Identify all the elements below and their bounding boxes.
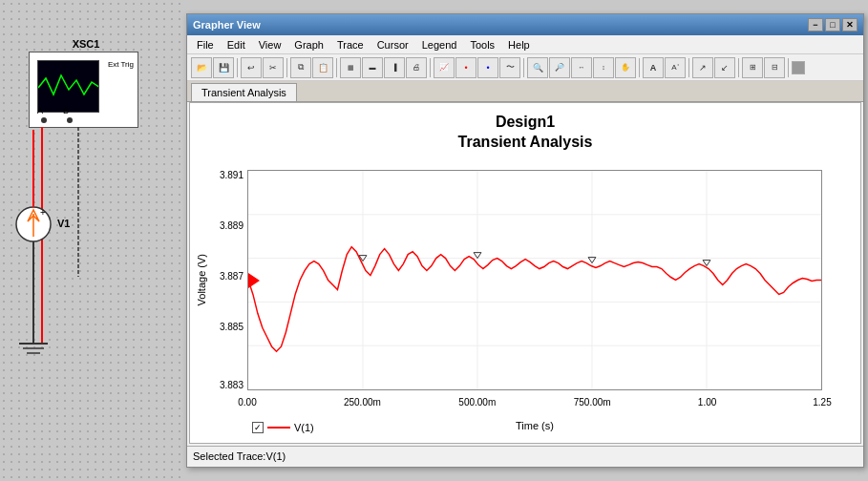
sep6 <box>639 58 640 77</box>
toolbar-zoom-y[interactable]: ↕ <box>593 57 614 78</box>
maximize-button[interactable]: □ <box>825 18 840 31</box>
toolbar-export2[interactable]: ⊟ <box>764 57 785 78</box>
toolbar-copy[interactable]: ⧉ <box>290 57 311 78</box>
menu-graph[interactable]: Graph <box>288 37 329 52</box>
sep8 <box>738 58 739 77</box>
grapher-window: Grapher View − □ ✕ File Edit View Graph … <box>186 13 864 468</box>
sep3 <box>336 58 337 77</box>
x-axis-label: Time (s) <box>247 420 822 431</box>
toolbar-line[interactable]: ▬ <box>362 57 383 78</box>
toolbar-arrow[interactable]: ↗ <box>692 57 713 78</box>
oscilloscope-body: Ext Trig A B <box>29 52 138 128</box>
circuit-schematic: XSC1 Ext Trig A B <box>0 0 181 481</box>
title-bar-buttons: − □ ✕ <box>808 18 857 31</box>
legend-trace-label: V(1) <box>294 422 314 433</box>
y-tick-3887: 3.887 <box>220 271 243 282</box>
toolbar: 📂 💾 ↩ ✂ ⧉ 📋 ▦ ▬ ▐ 🖨 📈 • • 〜 🔍 🔎 ↔ ↕ ✋ A … <box>187 54 863 81</box>
sep2 <box>286 58 287 77</box>
menu-help[interactable]: Help <box>502 37 536 52</box>
title-bar: Grapher View − □ ✕ <box>187 14 863 35</box>
graph-title: Design1 Transient Analysis <box>190 103 860 153</box>
x-tick-100: 1.00 <box>698 397 716 408</box>
y-tick-3883: 3.883 <box>220 380 243 390</box>
terminal-a-label: A <box>37 106 43 115</box>
toolbar-zoom-x[interactable]: ↔ <box>571 57 592 78</box>
y-tick-3885: 3.885 <box>220 322 243 332</box>
tab-transient-analysis[interactable]: Transient Analysis <box>191 83 297 101</box>
y-tick-3889: 3.889 <box>220 220 243 231</box>
menu-cursor[interactable]: Cursor <box>371 37 414 52</box>
status-bar: Selected Trace:V(1) <box>187 446 863 465</box>
toolbar-wave[interactable]: 〜 <box>499 57 520 78</box>
x-tick-500: 500.00m <box>458 397 496 408</box>
sep1 <box>237 58 238 77</box>
minimize-button[interactable]: − <box>808 18 823 31</box>
menu-tools[interactable]: Tools <box>464 37 500 52</box>
toolbar-annotation[interactable]: Aˈ <box>665 57 686 78</box>
osc-screen <box>37 60 99 113</box>
toolbar-marker2[interactable]: • <box>477 57 498 78</box>
x-tick-250: 250.00m <box>344 397 381 408</box>
menu-edit[interactable]: Edit <box>222 37 251 52</box>
toolbar-trace[interactable]: 📈 <box>434 57 455 78</box>
x-axis-ticks: 0.00 250.00m 500.00m 750.00m 1.00 1.25 <box>247 397 822 414</box>
x-tick-0: 0.00 <box>238 397 256 408</box>
toolbar-cut[interactable]: ✂ <box>263 57 284 78</box>
tab-bar: Transient Analysis <box>187 81 863 102</box>
sep7 <box>688 58 689 77</box>
toolbar-pan[interactable]: ✋ <box>615 57 636 78</box>
legend-checkbox[interactable]: ✓ <box>252 422 264 433</box>
xsc1-component[interactable]: XSC1 Ext Trig A B <box>29 38 143 128</box>
y-axis-ticks: 3.891 3.889 3.887 3.885 3.883 <box>198 170 245 390</box>
terminal-b-label: B <box>63 106 69 115</box>
sep9 <box>788 58 789 77</box>
menu-legend[interactable]: Legend <box>416 37 463 52</box>
toolbar-save[interactable]: 💾 <box>213 57 234 78</box>
toolbar-undo[interactable]: ↩ <box>241 57 262 78</box>
graph-title-line1: Design1 <box>190 113 860 133</box>
cursor-arrow <box>248 273 260 288</box>
toolbar-marker1[interactable]: • <box>455 57 476 78</box>
window-title: Grapher View <box>193 19 261 31</box>
menu-view[interactable]: View <box>253 37 287 52</box>
x-tick-750: 750.00m <box>574 397 611 408</box>
menu-file[interactable]: File <box>191 37 220 52</box>
legend-color-swatch <box>267 427 290 429</box>
schematic-background: XSC1 Ext Trig A B <box>0 0 181 481</box>
close-button[interactable]: ✕ <box>842 18 857 31</box>
toolbar-text[interactable]: A <box>643 57 664 78</box>
toolbar-paste[interactable]: 📋 <box>312 57 333 78</box>
osc-waveform <box>38 61 99 113</box>
sep4 <box>430 58 431 77</box>
plot-area[interactable] <box>247 170 822 390</box>
sep5 <box>523 58 524 77</box>
toolbar-export1[interactable]: ⊞ <box>742 57 763 78</box>
toolbar-pointer[interactable]: ↙ <box>714 57 735 78</box>
legend: ✓ V(1) <box>252 422 314 433</box>
toolbar-settings[interactable] <box>792 61 805 74</box>
graph-content: Design1 Transient Analysis Voltage (V) <box>189 102 861 444</box>
graph-title-line2: Transient Analysis <box>190 133 860 153</box>
waveform-svg <box>248 171 821 389</box>
svg-point-2 <box>16 207 51 241</box>
terminal-b-dot[interactable] <box>67 117 73 123</box>
x-tick-125: 1.25 <box>813 397 831 408</box>
terminal-a-dot[interactable] <box>41 117 47 123</box>
toolbar-grid[interactable]: ▦ <box>340 57 361 78</box>
toolbar-open[interactable]: 📂 <box>191 57 212 78</box>
toolbar-zoom-out[interactable]: 🔎 <box>549 57 570 78</box>
toolbar-zoom-in[interactable]: 🔍 <box>527 57 548 78</box>
status-text: Selected Trace:V(1) <box>193 450 286 462</box>
svg-marker-3 <box>28 210 39 221</box>
menu-bar: File Edit View Graph Trace Cursor Legend… <box>187 35 863 54</box>
toolbar-print[interactable]: 🖨 <box>406 57 427 78</box>
xsc1-label: XSC1 <box>29 38 143 50</box>
svg-text:+: + <box>40 207 46 218</box>
y-tick-3891: 3.891 <box>220 170 243 180</box>
v1-label: V1 <box>57 218 70 229</box>
menu-trace[interactable]: Trace <box>331 37 370 52</box>
toolbar-bar[interactable]: ▐ <box>384 57 405 78</box>
ext-trig-label: Ext Trig <box>108 60 134 69</box>
